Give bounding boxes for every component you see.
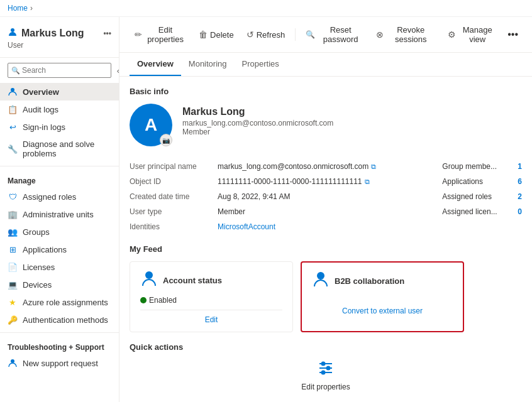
overview-label: Overview (23, 87, 59, 97)
info-row-upn: User principal name markus_long.com@cont… (130, 159, 417, 174)
delete-button[interactable]: 🗑 Delete (194, 26, 239, 43)
roles-stat-label: Assigned roles (442, 192, 518, 201)
avatar-camera-icon[interactable]: 📷 (160, 134, 172, 146)
sidebar-item-azure-roles[interactable]: ★ Azure role assignments (0, 293, 119, 311)
info-row-created: Created date time Aug 8, 2022, 9:41 AM (130, 189, 417, 204)
groups-stat-label: Group membe... (442, 162, 518, 171)
search-icon: 🔍 (11, 67, 20, 75)
apps-stat-value[interactable]: 6 (518, 177, 522, 186)
identities-label: Identities (130, 222, 218, 231)
sidebar-item-overview[interactable]: Overview (0, 83, 119, 100)
assigned-roles-label: Assigned roles (23, 192, 76, 202)
avatar-letter: A (145, 115, 157, 135)
tab-overview[interactable]: Overview (130, 53, 181, 76)
edit-properties-icon: ✏ (135, 30, 142, 40)
user-avatar: A 📷 (130, 104, 172, 146)
search-input[interactable] (8, 63, 111, 78)
account-status-title: Account status (163, 276, 222, 285)
breadcrumb-separator: › (30, 4, 33, 13)
sidebar-item-devices[interactable]: 💻 Devices (0, 276, 119, 293)
sidebar-item-admin-units[interactable]: 🏢 Administrative units (0, 205, 119, 223)
tab-bar: Overview Monitoring Properties (119, 53, 532, 77)
support-section-label: Troubleshooting + Support (0, 337, 119, 354)
roles-stat-value[interactable]: 2 (518, 192, 522, 201)
object-id-copy-icon[interactable]: ⧉ (365, 178, 370, 186)
refresh-icon: ↺ (247, 30, 254, 40)
quick-actions-section: Quick actions Edit properties (130, 342, 522, 391)
object-id-label: Object ID (130, 177, 218, 186)
created-label: Created date time (130, 192, 218, 201)
quick-action-edit-properties[interactable]: Edit properties (130, 359, 522, 391)
sidebar-user-display-name: Markus Long (21, 28, 84, 39)
sidebar-item-diagnose[interactable]: 🔧 Diagnose and solve problems (0, 136, 119, 162)
b2b-convert-link: Convert to external user (312, 302, 453, 315)
upn-copy-icon[interactable]: ⧉ (371, 163, 376, 171)
tab-properties[interactable]: Properties (235, 53, 287, 76)
svg-point-0 (11, 28, 14, 32)
account-status-status: Enabled (140, 296, 282, 305)
svg-point-10 (322, 371, 325, 374)
sidebar-item-sign-in-logs[interactable]: ↩ Sign-in logs (0, 118, 119, 136)
revoke-sessions-icon: ⊗ (376, 30, 384, 40)
apps-stat-label: Applications (442, 177, 518, 186)
b2b-convert-anchor[interactable]: Convert to external user (342, 307, 423, 315)
tab-monitoring[interactable]: Monitoring (181, 53, 235, 76)
profile-info: Markus Long markus_long.com@contoso.onmi… (182, 104, 333, 136)
quick-actions-heading: Quick actions (130, 342, 522, 352)
azure-roles-label: Azure role assignments (23, 298, 108, 307)
breadcrumb: Home › (0, 0, 532, 17)
quick-action-sliders-icon (317, 359, 335, 380)
account-status-edit-anchor[interactable]: Edit (205, 315, 218, 324)
sidebar-item-licenses[interactable]: 📄 Licenses (0, 258, 119, 276)
info-row-object-id: Object ID 11111111-0000-1111-0000-111111… (130, 174, 417, 189)
manage-view-button[interactable]: ⚙ Manage view (443, 22, 501, 47)
reset-password-button[interactable]: 🔍 Reset password (301, 22, 369, 47)
sidebar-search-wrapper: 🔍 « (8, 63, 111, 78)
toolbar: ✏ Edit properties 🗑 Delete ↺ Refresh 🔍 R… (119, 17, 532, 53)
status-enabled-dot (140, 297, 147, 303)
account-status-card: Account status Enabled Edit (130, 261, 293, 332)
profile-section: A 📷 Markus Long markus_long.com@contoso.… (130, 104, 522, 146)
sidebar-user-role: User (8, 41, 111, 50)
sign-in-logs-icon: ↩ (8, 122, 18, 132)
devices-label: Devices (23, 280, 52, 290)
info-fields: User principal name markus_long.com@cont… (130, 159, 417, 234)
stat-row-roles: Assigned roles 2 (442, 189, 522, 204)
revoke-sessions-button[interactable]: ⊗ Revoke sessions (371, 22, 440, 47)
assigned-roles-icon: 🛡 (8, 192, 18, 202)
sidebar-item-applications[interactable]: ⊞ Applications (0, 241, 119, 258)
svg-point-3 (145, 271, 153, 279)
sidebar-divider-2 (0, 332, 119, 333)
main-content: ✏ Edit properties 🗑 Delete ↺ Refresh 🔍 R… (119, 17, 532, 402)
refresh-button[interactable]: ↺ Refresh (241, 26, 291, 43)
licenses-icon: 📄 (8, 262, 18, 272)
licenses-stat-value[interactable]: 0 (518, 207, 522, 216)
account-status-icon (140, 269, 158, 291)
sidebar-item-audit-logs[interactable]: 📋 Audit logs (0, 100, 119, 118)
toolbar-more-button[interactable]: ••• (504, 26, 522, 43)
edit-properties-label: Edit properties (145, 25, 186, 44)
overview-icon (8, 87, 18, 97)
more-icon: ••• (507, 29, 518, 40)
devices-icon: 💻 (8, 280, 18, 290)
sidebar: Markus Long ••• User 🔍 « Overview 📋 Audi… (0, 17, 119, 402)
sidebar-item-assigned-roles[interactable]: 🛡 Assigned roles (0, 188, 119, 205)
revoke-sessions-label: Revoke sessions (386, 25, 435, 44)
svg-point-8 (322, 362, 325, 366)
b2b-header: B2B collaboration (312, 270, 453, 291)
sidebar-item-groups[interactable]: 👥 Groups (0, 223, 119, 241)
licenses-stat-label: Assigned licen... (442, 207, 518, 216)
groups-stat-value[interactable]: 1 (518, 162, 522, 171)
identities-link[interactable]: MicrosoftAccount (218, 222, 275, 231)
new-support-label: New support request (23, 359, 98, 368)
sidebar-item-new-support[interactable]: New support request (0, 354, 119, 372)
edit-properties-button[interactable]: ✏ Edit properties (130, 22, 191, 47)
reset-password-label: Reset password (318, 25, 363, 44)
admin-units-label: Administrative units (23, 210, 94, 219)
sidebar-more-icon[interactable]: ••• (103, 29, 111, 38)
azure-roles-icon: ★ (8, 297, 18, 307)
profile-role: Member (182, 128, 333, 136)
breadcrumb-home[interactable]: Home (8, 4, 28, 13)
groups-label: Groups (23, 227, 50, 237)
sidebar-item-auth-methods[interactable]: 🔑 Authentication methods (0, 311, 119, 329)
